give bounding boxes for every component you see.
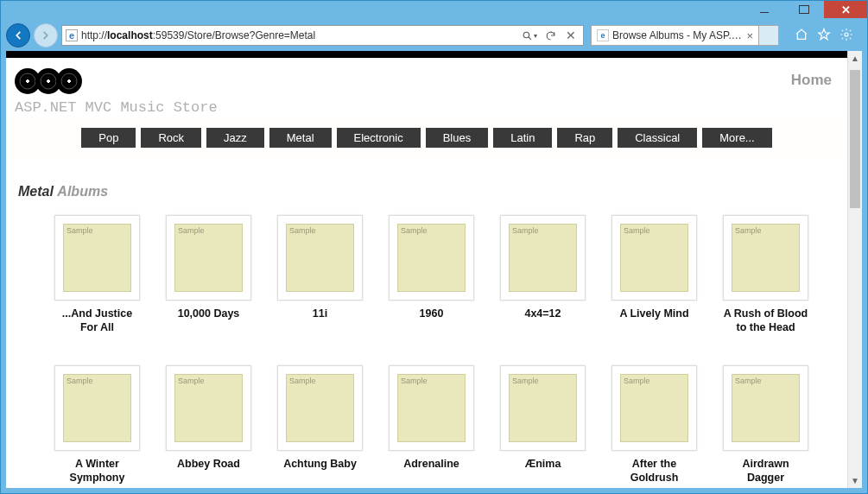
album-item[interactable]: SampleAbbey Road — [166, 365, 251, 484]
album-thumb: Sample — [166, 215, 251, 301]
album-title: 4x4=12 — [500, 307, 586, 321]
forward-button[interactable] — [34, 23, 58, 48]
album-item[interactable]: Sample1960 — [389, 215, 474, 334]
maximize-button[interactable] — [784, 1, 824, 18]
sample-label: Sample — [624, 226, 650, 235]
site-logo[interactable]: ASP.NET MVC Music Store — [15, 68, 218, 116]
svg-point-2 — [845, 33, 848, 36]
browser-tab[interactable]: e Browse Albums - My ASP.N... × — [591, 25, 759, 46]
browser-tools — [786, 28, 862, 44]
tools-icon[interactable] — [839, 28, 853, 44]
album-title: Achtung Baby — [277, 458, 363, 472]
album-item[interactable]: Sample11i — [277, 215, 363, 334]
album-thumb: Sample — [500, 365, 586, 451]
album-thumb: Sample — [277, 215, 363, 301]
window-titlebar — [1, 1, 867, 23]
browser-window: e http://localhost:59539/Store/Browse?Ge… — [0, 0, 868, 494]
album-title: A Lively Mind — [611, 307, 697, 321]
genre-button-classical[interactable]: Classical — [618, 128, 697, 148]
sample-label: Sample — [289, 226, 316, 235]
genre-button-blues[interactable]: Blues — [426, 128, 489, 148]
album-thumb: Sample — [723, 365, 808, 451]
svg-line-1 — [529, 37, 531, 40]
album-item[interactable]: SampleA Rush of Blood to the Head — [723, 215, 808, 334]
album-title: 1960 — [389, 307, 474, 321]
tab-favicon: e — [597, 29, 609, 41]
album-title: ...And Justice For All — [54, 307, 140, 334]
close-button[interactable] — [824, 1, 867, 18]
viewport: ASP.NET MVC Music Store Home PopRockJazz… — [6, 51, 862, 488]
genre-button-pop[interactable]: Pop — [81, 128, 136, 148]
scroll-up-icon[interactable]: ▲ — [848, 51, 862, 66]
album-title: Airdrawn Dagger — [723, 458, 808, 484]
new-tab-button[interactable] — [758, 25, 779, 46]
section-heading: Metal Albums — [6, 160, 847, 200]
album-title: A Rush of Blood to the Head — [723, 307, 808, 334]
album-thumb: Sample — [166, 365, 251, 451]
genre-button-jazz[interactable]: Jazz — [206, 128, 264, 148]
album-title: 10,000 Days — [166, 307, 251, 321]
album-thumb: Sample — [277, 365, 363, 451]
back-button[interactable] — [6, 23, 30, 48]
album-item[interactable]: SampleA Winter Symphony — [54, 365, 140, 484]
album-item[interactable]: SampleAirdrawn Dagger — [723, 365, 808, 484]
sample-label: Sample — [178, 226, 205, 235]
site-header: ASP.NET MVC Music Store Home — [6, 58, 847, 119]
album-thumb: Sample — [611, 365, 697, 451]
browser-toolbar: e http://localhost:59539/Store/Browse?Ge… — [1, 23, 867, 48]
album-thumb: Sample — [54, 215, 140, 301]
logo-discs-icon — [15, 68, 218, 94]
album-thumb: Sample — [723, 215, 808, 301]
album-item[interactable]: SampleAfter the Goldrush — [611, 365, 697, 484]
sample-label: Sample — [512, 226, 539, 235]
stop-icon[interactable]: ✕ — [562, 27, 580, 44]
sample-label: Sample — [67, 377, 93, 385]
sample-label: Sample — [512, 377, 539, 385]
album-item[interactable]: Sample4x4=12 — [500, 215, 586, 334]
genre-button-rock[interactable]: Rock — [141, 128, 201, 148]
album-item[interactable]: SampleA Lively Mind — [611, 215, 697, 334]
sample-label: Sample — [735, 377, 762, 385]
home-icon[interactable] — [795, 28, 808, 44]
genre-button-metal[interactable]: Metal — [269, 128, 332, 148]
sample-label: Sample — [178, 377, 205, 385]
heading-genre: Metal — [18, 184, 54, 199]
site-name: ASP.NET MVC Music Store — [15, 99, 218, 116]
scrollbar[interactable]: ▲ ▼ — [847, 51, 862, 488]
genre-button-rap[interactable]: Rap — [557, 128, 612, 148]
genre-button-latin[interactable]: Latin — [493, 128, 552, 148]
album-item[interactable]: SampleAdrenaline — [389, 365, 474, 484]
scroll-thumb[interactable] — [850, 70, 860, 208]
url-text: http://localhost:59539/Store/Browse?Genr… — [81, 29, 517, 41]
sample-label: Sample — [401, 377, 428, 385]
search-dropdown-icon[interactable]: ▾ — [521, 27, 538, 44]
album-thumb: Sample — [389, 365, 474, 451]
album-title: Adrenaline — [389, 458, 474, 472]
address-bar[interactable]: e http://localhost:59539/Store/Browse?Ge… — [61, 25, 584, 46]
genre-button-more[interactable]: More... — [702, 128, 771, 148]
album-thumb: Sample — [611, 215, 697, 301]
genre-button-electronic[interactable]: Electronic — [337, 128, 421, 148]
album-title: 11i — [277, 307, 363, 321]
genre-nav: PopRockJazzMetalElectronicBluesLatinRapC… — [6, 119, 847, 160]
top-bar — [6, 51, 847, 58]
nav-home-link[interactable]: Home — [791, 72, 832, 89]
album-item[interactable]: SampleAchtung Baby — [277, 365, 363, 484]
favorites-icon[interactable] — [817, 28, 831, 44]
scroll-down-icon[interactable]: ▼ — [848, 473, 862, 488]
album-thumb: Sample — [500, 215, 586, 301]
sample-label: Sample — [735, 226, 762, 235]
album-title: Abbey Road — [166, 458, 251, 472]
refresh-icon[interactable] — [542, 27, 559, 44]
minimize-button[interactable] — [744, 1, 784, 18]
sample-label: Sample — [67, 226, 93, 235]
tab-close-icon[interactable]: × — [746, 29, 753, 42]
sample-label: Sample — [624, 377, 650, 385]
album-title: A Winter Symphony — [54, 458, 140, 484]
album-item[interactable]: Sample10,000 Days — [166, 215, 251, 334]
album-title: After the Goldrush — [611, 458, 697, 484]
sample-label: Sample — [401, 226, 428, 235]
album-item[interactable]: Sample...And Justice For All — [54, 215, 140, 334]
album-item[interactable]: SampleÆnima — [500, 365, 586, 484]
page-icon: e — [66, 29, 78, 41]
